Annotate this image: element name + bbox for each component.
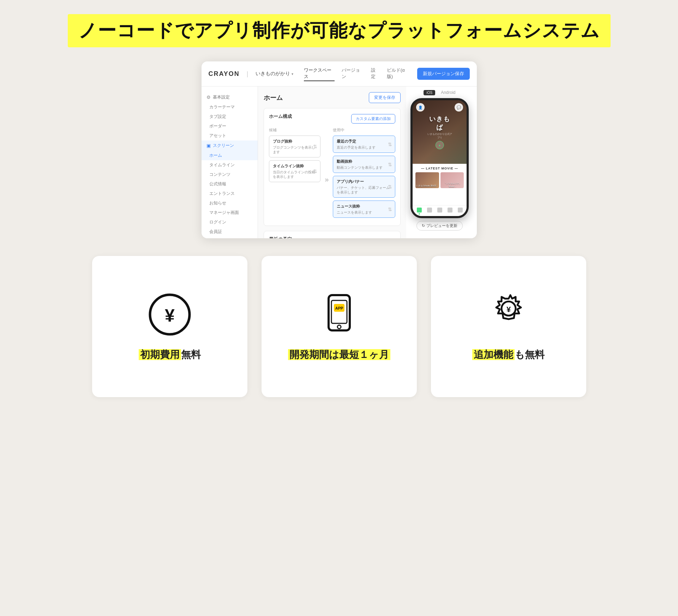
sidebar-item-paid-member[interactable]: 有料会員 bbox=[202, 237, 258, 238]
sidebar-item-membership[interactable]: 会員証 bbox=[202, 227, 258, 237]
home-nav-icon bbox=[417, 208, 422, 213]
phone-thumb-2: 『ノスタルジア』Music... bbox=[440, 172, 464, 188]
page-title: ホーム bbox=[264, 94, 283, 102]
component-card-news[interactable]: ニュース抜粋 ニュースを表示します ⇅ bbox=[333, 201, 395, 218]
more-nav-icon bbox=[458, 208, 463, 213]
composition-title: ホーム構成 bbox=[269, 113, 292, 120]
component-desc: ニュースを表示します bbox=[337, 210, 391, 215]
drag-handle-icon[interactable]: ⇅ bbox=[388, 207, 392, 212]
topbar-divider: | bbox=[247, 70, 248, 78]
drag-handle-icon[interactable]: ⇅ bbox=[313, 144, 317, 149]
phone-user-icon: 👤 bbox=[416, 103, 425, 112]
sidebar-item-tab-settings[interactable]: タブ設定 bbox=[202, 112, 258, 121]
phone-preview-panel: iOS Android 👤 💬 bbox=[406, 86, 477, 238]
phone-thumb-1: いきものRadio 第6回 bbox=[415, 172, 439, 188]
phone-nav-home[interactable] bbox=[417, 208, 422, 215]
circle-yen-icon: ¥ bbox=[147, 292, 193, 337]
timeline-nav-icon bbox=[427, 208, 432, 213]
phone-nav-schedule[interactable] bbox=[437, 208, 442, 215]
sidebar-item-entrance[interactable]: エントランス bbox=[202, 189, 258, 198]
phone-nav-more[interactable] bbox=[458, 208, 463, 215]
tab-settings[interactable]: 設定 bbox=[371, 66, 380, 81]
drag-handle-icon[interactable]: ⇅ bbox=[388, 162, 392, 167]
sidebar-item-contents[interactable]: コンテンツ bbox=[202, 170, 258, 179]
component-title: アプリ内バナー bbox=[337, 179, 391, 184]
nav-tabs: ワークスペース バージョン 設定 ビルド(α版) bbox=[304, 66, 410, 81]
sidebar-item-border[interactable]: ボーダー bbox=[202, 121, 258, 131]
available-components-col: 候補 ブログ抜粋 ブログコンテンツを表示します ⇅ タイムライン抜粋 当日のタイ… bbox=[269, 127, 321, 221]
component-card-schedule[interactable]: 最近の予定 直近の予定を表示します ⇅ bbox=[333, 136, 395, 153]
home-nav-dot bbox=[419, 213, 420, 215]
component-desc: 動画コンテンツを表示します bbox=[337, 165, 391, 170]
features-section: ¥ 初期費用無料 APP 開発期間は最短１ヶ月 bbox=[0, 249, 678, 418]
app-body: ⚙ 基本設定 カラーテーマ タブ設定 ボーダー アセット ▣ スクリーン ホーム… bbox=[202, 86, 477, 238]
app-main-content: ホーム 変更を保存 ホーム構成 カスタム要素の添加 候補 ブログ抜 bbox=[258, 86, 406, 238]
svg-text:APP: APP bbox=[335, 306, 343, 310]
phone-screen: 👤 💬 いきもば いきものがかり公式アプリ ▲ bbox=[413, 100, 467, 216]
component-card-banner[interactable]: アプリ内バナー バナー、チケット、応募フォームを表示します ⇅ bbox=[333, 176, 395, 198]
chevron-down-icon: ▾ bbox=[292, 72, 293, 76]
phone-content-area: — LATEST MOVIE — いきものRadio 第6回 『ノスタルジア』M… bbox=[413, 164, 467, 216]
screenshot-wrapper: CRAYON | いきものがかり ▾ ワークスペース バージョン 設定 ビルド(… bbox=[0, 58, 678, 249]
save-changes-button[interactable]: 変更を保存 bbox=[369, 92, 401, 103]
gear-yen-icon: ¥ bbox=[486, 292, 532, 337]
drag-handle-icon[interactable]: ⇅ bbox=[388, 142, 392, 147]
phone-bottom-nav bbox=[413, 205, 467, 216]
phone-nav-content[interactable] bbox=[448, 208, 452, 215]
ios-tab[interactable]: iOS bbox=[424, 90, 435, 95]
android-tab[interactable]: Android bbox=[441, 90, 455, 95]
content-header: ホーム 変更を保存 bbox=[264, 92, 401, 103]
app-screenshot: CRAYON | いきものがかり ▾ ワークスペース バージョン 設定 ビルド(… bbox=[202, 61, 477, 238]
sidebar-item-official-info[interactable]: 公式情報 bbox=[202, 179, 258, 189]
home-composition-panel: ホーム構成 カスタム要素の添加 候補 ブログ抜粋 ブログコンテンツを表示します … bbox=[264, 108, 401, 226]
sidebar-item-asset[interactable]: アセット bbox=[202, 131, 258, 140]
feature-label-2: 開発期間は最短１ヶ月 bbox=[288, 348, 390, 361]
available-col-header: 候補 bbox=[269, 127, 321, 133]
sidebar-item-login[interactable]: ログイン bbox=[202, 217, 258, 227]
component-card-blog[interactable]: ブログ抜粋 ブログコンテンツを表示します ⇅ bbox=[269, 136, 321, 157]
upcoming-section-panel: 最近の予定 直近の予定を表示します 有効状態 bbox=[264, 231, 401, 238]
component-desc: バナー、チケット、応募フォームを表示します bbox=[337, 185, 391, 195]
svg-rect-3 bbox=[331, 300, 347, 323]
drag-handle-icon[interactable]: ⇅ bbox=[388, 184, 392, 190]
sidebar-section-basic: ⚙ 基本設定 bbox=[202, 92, 258, 102]
phone-latest-movie: — LATEST MOVIE — いきものRadio 第6回 『ノスタルジア』M… bbox=[413, 164, 467, 191]
save-version-button[interactable]: 新規バージョン保存 bbox=[417, 68, 470, 80]
sidebar-item-manager[interactable]: マネージャ画面 bbox=[202, 208, 258, 217]
tab-build[interactable]: ビルド(α版) bbox=[387, 66, 410, 81]
tab-version[interactable]: バージョン bbox=[342, 66, 364, 81]
sidebar-item-home[interactable]: ホーム bbox=[202, 151, 258, 160]
component-card-video[interactable]: 動画抜粋 動画コンテンツを表示します ⇅ bbox=[333, 156, 395, 173]
component-desc: 当日のタイムラインの投稿を表示します bbox=[273, 170, 317, 179]
app-topbar: CRAYON | いきものがかり ▾ ワークスペース バージョン 設定 ビルド(… bbox=[202, 61, 477, 86]
component-desc: 直近の予定を表示します bbox=[337, 145, 391, 150]
sidebar-item-news[interactable]: お知らせ bbox=[202, 198, 258, 208]
add-custom-element-button[interactable]: カスタム要素の添加 bbox=[351, 114, 395, 124]
transfer-arrow: » bbox=[325, 127, 329, 221]
svg-text:¥: ¥ bbox=[506, 305, 511, 314]
phone-brand-text: いきもば bbox=[426, 115, 453, 132]
phone-message-icon: 💬 bbox=[455, 103, 463, 112]
active-components-col: 使用中 最近の予定 直近の予定を表示します ⇅ 動画抜粋 動画コンテンツを表示し… bbox=[333, 127, 395, 221]
hero-banner: ノーコードでアプリ制作が可能なプラットフォームシステム bbox=[0, 0, 678, 58]
phone-nav-timeline[interactable] bbox=[427, 208, 432, 215]
feature-label-1: 初期費用無料 bbox=[139, 348, 201, 361]
schedule-nav-icon bbox=[437, 208, 442, 213]
phone-app-header: 👤 💬 bbox=[413, 100, 467, 114]
sidebar-item-color-theme[interactable]: カラーテーマ bbox=[202, 102, 258, 112]
feature-label-3: 追加機能も無料 bbox=[472, 348, 545, 361]
sidebar-item-timeline[interactable]: タイムライン bbox=[202, 160, 258, 170]
feature-card-free-cost: ¥ 初期費用無料 bbox=[92, 256, 247, 397]
refresh-preview-button[interactable]: ↻ プレビューを更新 bbox=[416, 221, 463, 231]
composition-columns: 候補 ブログ抜粋 ブログコンテンツを表示します ⇅ タイムライン抜粋 当日のタイ… bbox=[269, 127, 395, 221]
tab-workspace[interactable]: ワークスペース bbox=[304, 66, 335, 81]
phone-brand-overlay: いきもば いきものがかり公式アプリ ▲ bbox=[426, 115, 453, 149]
component-title: 最近の予定 bbox=[337, 139, 391, 144]
drag-handle-icon[interactable]: ⇅ bbox=[313, 168, 317, 174]
phone-bg-image: 👤 💬 いきもば いきものがかり公式アプリ ▲ bbox=[413, 100, 467, 164]
component-card-timeline[interactable]: タイムライン抜粋 当日のタイムラインの投稿を表示します ⇅ bbox=[269, 160, 321, 182]
sidebar-section-screen: ▣ スクリーン bbox=[202, 140, 258, 151]
svg-point-6 bbox=[337, 325, 341, 329]
active-col-header: 使用中 bbox=[333, 127, 395, 133]
feature-card-dev-period: APP 開発期間は最短１ヶ月 bbox=[262, 256, 417, 397]
